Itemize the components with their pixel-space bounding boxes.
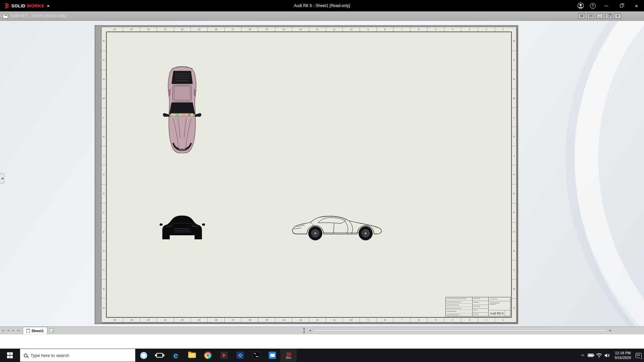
clock-date: 9/16/2020 <box>611 355 635 360</box>
blue-cube-icon <box>236 352 244 359</box>
drawing-viewport[interactable]: 242322212019181716151413121110987654321 … <box>95 25 518 324</box>
start-button[interactable] <box>0 349 20 362</box>
task-view-icon <box>156 353 163 358</box>
network-button[interactable] <box>595 349 603 362</box>
media-app-button[interactable] <box>216 349 232 362</box>
solidworks-app-icon: ƷS <box>286 352 291 356</box>
sheet-tab-bar: |◀ ◀ ▶ ▶| Sheet1 ◀ ▶ <box>0 326 644 334</box>
solidworks-version-badge: 2020 <box>286 357 291 359</box>
title-block-title-area: Audi R8 S <box>489 297 510 316</box>
edge-icon: e <box>173 351 178 360</box>
drawing-file-icon <box>3 14 8 18</box>
account-icon[interactable] <box>575 0 587 11</box>
clock-time: 12:18 PM <box>611 351 635 355</box>
blue-window-icon <box>269 352 276 359</box>
terminal-app-button[interactable] <box>248 349 264 362</box>
volume-button[interactable] <box>603 349 611 362</box>
zone-border-right: RPNMLKJHGFEDCBA <box>512 32 516 317</box>
taskbar-clock[interactable]: 12:18 PM 9/16/2020 <box>611 349 635 362</box>
tab-sheet1[interactable]: Sheet1 <box>23 327 47 334</box>
zone-border-left: RPNMLKJHGFEDCBA <box>102 32 106 317</box>
last-sheet-button[interactable]: ▶| <box>16 327 21 334</box>
document-titlebar: Audi R8 S - Sheet1 [Read-only] × <box>0 11 644 21</box>
document-title: Audi R8 S - Sheet1 [Read-only] <box>10 14 66 18</box>
horizontal-scrollbar[interactable] <box>313 329 607 331</box>
solidworks-taskbar-button[interactable]: ƷS 2020 <box>280 349 297 362</box>
brand-solid: SOLID <box>11 3 25 8</box>
chrome-icon <box>204 352 212 359</box>
system-tray: 12:18 PM 9/16/2020 <box>579 349 644 362</box>
brand-works: WORKS <box>27 3 44 8</box>
battery-icon <box>588 354 594 357</box>
windows-logo-icon <box>7 352 13 358</box>
sheet-tab-label: Sheet1 <box>32 329 44 333</box>
tile-windows-button[interactable] <box>578 13 585 19</box>
windows-taskbar: e ƷS 2020 <box>0 349 644 362</box>
scroll-left-arrow[interactable]: ◀ <box>307 327 313 334</box>
title-block-approvals <box>473 297 489 316</box>
solidworks-window: SOLIDWORKS ▶ Audi R8 S - Sheet1 [Read-on… <box>0 0 644 362</box>
add-sheet-button[interactable] <box>47 327 56 334</box>
file-explorer-button[interactable] <box>184 349 200 362</box>
next-sheet-button[interactable]: ▶ <box>11 327 16 334</box>
search-input[interactable] <box>31 353 118 358</box>
person-icon <box>577 2 584 9</box>
solidworks-menu[interactable]: SOLIDWORKS ▶ <box>0 0 50 11</box>
search-icon <box>24 354 28 357</box>
action-center-button[interactable] <box>635 349 643 362</box>
titlebar: SOLIDWORKS ▶ Audi R8 S - Sheet1 [Read-on… <box>0 0 644 11</box>
menu-expand-arrow-icon[interactable]: ▶ <box>48 4 50 7</box>
ibeam-cursor <box>304 328 304 333</box>
window-app-button[interactable] <box>264 349 280 362</box>
minimize-button[interactable] <box>599 0 614 11</box>
composer-app-button[interactable] <box>232 349 248 362</box>
drawing-view-side[interactable] <box>291 213 385 241</box>
taskbar-search[interactable] <box>20 349 136 362</box>
folder-icon <box>188 353 196 358</box>
drawing-view-front[interactable] <box>160 211 205 241</box>
cortana-button[interactable] <box>136 349 152 362</box>
sheet-drawing-frame: Audi R8 S <box>106 32 512 317</box>
title-block: Audi R8 S <box>445 297 511 316</box>
status-bar <box>0 334 644 349</box>
drawing-view-top[interactable] <box>160 64 204 156</box>
graphics-area[interactable]: ◀ 24232221201918171615141312111098765432… <box>0 21 644 326</box>
edge-button[interactable]: e <box>168 349 184 362</box>
window-title: Audi R8 S - Sheet1 [Read-only] <box>294 3 350 8</box>
zone-border-top: 242322212019181716151413121110987654321 <box>106 27 512 32</box>
terminal-icon <box>253 352 260 359</box>
notification-icon <box>636 353 642 358</box>
close-button[interactable]: × <box>629 0 644 11</box>
add-sheet-icon <box>50 328 54 333</box>
split-view-button[interactable] <box>587 13 594 19</box>
doc-restore-button[interactable] <box>605 13 612 19</box>
help-icon[interactable]: ? <box>587 0 599 11</box>
speaker-icon <box>604 353 610 358</box>
first-sheet-button[interactable]: |◀ <box>0 327 5 334</box>
previous-sheet-button[interactable]: ◀ <box>5 327 11 334</box>
drawing-sheet[interactable]: 242322212019181716151413121110987654321 … <box>101 27 517 322</box>
doc-minimize-button[interactable] <box>596 13 603 19</box>
dassault-3ds-icon <box>3 3 10 9</box>
cortana-icon <box>140 352 147 359</box>
revision-cell <box>505 310 510 316</box>
battery-button[interactable] <box>587 349 595 362</box>
wifi-icon <box>596 353 602 358</box>
task-view-button[interactable] <box>152 349 168 362</box>
chevron-up-icon <box>581 354 584 357</box>
part-name: Audi R8 S <box>489 310 505 316</box>
scroll-right-arrow[interactable]: ▶ <box>608 327 613 334</box>
sheet-icon <box>26 329 30 333</box>
zone-border-bottom: 242322212019181716151413121110987654321 <box>106 317 512 322</box>
doc-close-button[interactable]: × <box>614 13 621 19</box>
restore-button[interactable] <box>614 0 629 11</box>
tray-expand-button[interactable] <box>579 349 587 362</box>
featuremanager-collapse-tab[interactable]: ◀ <box>0 173 4 183</box>
title-block-notes <box>446 297 473 316</box>
red-play-icon <box>220 352 228 359</box>
chrome-button[interactable] <box>200 349 216 362</box>
